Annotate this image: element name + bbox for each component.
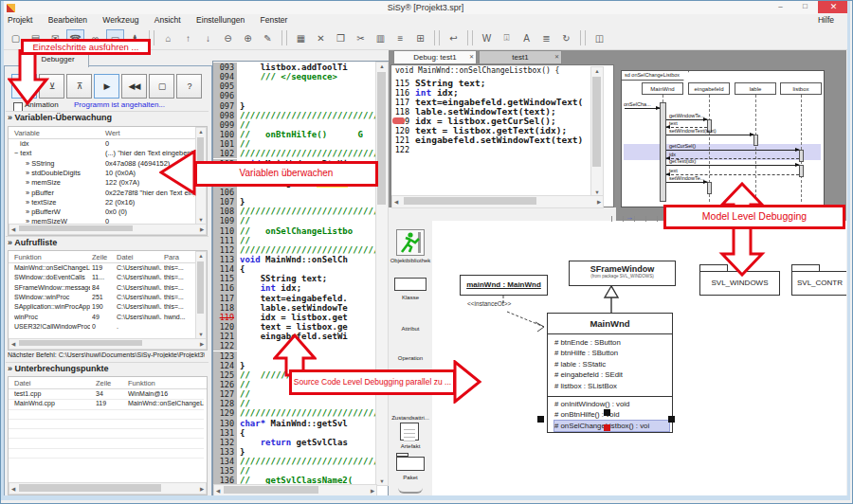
selection-handle[interactable] [537, 416, 544, 423]
cut-icon[interactable]: ✂ [352, 29, 370, 47]
callstack-row[interactable]: MainWnd::onSelChangeLis...119C:\Users\hu… [9, 263, 194, 273]
selection-handle-red[interactable] [604, 424, 610, 431]
toolbox-item-objektbibliothek[interactable]: Objektbibliothek [389, 258, 432, 263]
maximize-button[interactable]: □ [793, 1, 817, 13]
toolbox-scroll-chevron[interactable] [398, 488, 423, 494]
code-line[interactable]: 108//////////////////////////// [213, 207, 375, 216]
menu-ansicht[interactable]: Ansicht [148, 14, 188, 27]
callstack-section-header[interactable]: » Aufrufliste [8, 238, 57, 247]
stop-button[interactable]: ▢ [149, 74, 174, 99]
bp-col-datei[interactable]: Datei [14, 379, 31, 387]
code-line[interactable]: 106 [213, 188, 375, 197]
code-line[interactable]: 133} [213, 447, 375, 457]
lifeline-MainWnd[interactable]: MainWnd [642, 82, 683, 95]
align-icon[interactable]: ≣ [537, 29, 555, 47]
run-button[interactable]: ▶ [94, 74, 119, 99]
menu-einstellungen[interactable]: Einstellungen [190, 14, 251, 27]
toolbox-item-klasse[interactable]: Klasse [389, 295, 432, 300]
code-line[interactable]: 120text = listbox.getText(idx); [392, 126, 595, 135]
toolbox-item-operation[interactable]: Operation [389, 355, 432, 361]
code-line[interactable]: 102//////////////////////////// [213, 149, 375, 158]
attribute[interactable]: # btnEnde : SButton [554, 337, 672, 348]
close-icon[interactable]: ✕ [469, 50, 474, 63]
refresh-icon[interactable]: ↻ [557, 29, 575, 47]
editor-hscrollbar[interactable]: ◀ ▶ [213, 484, 377, 497]
toolbox-item-artefakt[interactable]: Artefakt [389, 443, 432, 449]
book-help-icon[interactable]: ◫ [590, 29, 608, 47]
callstack-row[interactable]: SWindow::winProc251C:\Users\huwi\...this… [9, 293, 194, 302]
tab-debug-test1[interactable]: Debug: test1 ✕ [393, 50, 477, 64]
code-line[interactable]: 122 [392, 145, 595, 154]
operation[interactable]: # onBtnHilfe() : void [554, 409, 672, 420]
minimize-button[interactable]: – [769, 1, 792, 13]
bp-col-zeile[interactable]: Zeile [96, 379, 111, 387]
package-svl-controls[interactable]: SVL_CONTR [791, 271, 846, 296]
callstack-vscrollbar[interactable]: ▲ ▼ [195, 251, 207, 339]
code-line[interactable]: 114{ [213, 264, 375, 274]
code-line[interactable]: 121eingabefeld.setWindowText(text) [392, 135, 595, 145]
cs-col-para[interactable]: Para [164, 253, 179, 261]
watch-section-header[interactable]: » Variablen-Überwachung [8, 113, 112, 122]
toolbox-item-zustandsattribut[interactable]: Zustandsattri... [389, 415, 432, 421]
font-icon[interactable]: A [517, 29, 535, 47]
code-line[interactable]: 101// [213, 139, 375, 149]
menu-bearbeiten[interactable]: Bearbeiten [42, 14, 94, 27]
lifeline-listbox[interactable]: listbox [780, 82, 822, 95]
callstack-row[interactable]: USER32!CallWindowProcA0. [9, 322, 194, 332]
code-line[interactable]: 095 [213, 81, 375, 91]
cs-col-zeile[interactable]: Zeile [92, 253, 107, 261]
callstack-row[interactable]: SWindow::doEventCalls11...C:\Users\huwi\… [9, 273, 194, 282]
help-button[interactable]: ? [176, 74, 202, 99]
titlebar[interactable]: SiSy® [Projekt3.spr] [1, 1, 850, 15]
code-line[interactable]: 099// [213, 120, 375, 130]
code-line[interactable]: 135// [213, 466, 375, 476]
debug-code-hscrollbar[interactable]: ◀ ▶ [391, 195, 604, 208]
code-line[interactable]: 113void MainWnd::onSelCh [213, 255, 375, 264]
attribute[interactable]: # listbox : SListBox [554, 381, 672, 391]
undo-icon[interactable]: ↩ [445, 29, 463, 47]
menu-werkzeug[interactable]: Werkzeug [96, 14, 145, 27]
attribute[interactable]: # eingabefeld : SEdit [554, 369, 672, 380]
code-line[interactable]: 118lable.setWindowText(text); [392, 107, 595, 117]
selection-handle[interactable] [668, 416, 675, 423]
attribute[interactable]: # btnHilfe : SButton [554, 348, 672, 358]
code-line[interactable]: 093 listbox.addToolTi [213, 63, 375, 72]
delete-icon[interactable]: ✕ [312, 29, 330, 47]
object-mainwnd[interactable]: mainWnd : MainWnd [460, 275, 548, 296]
code-line[interactable]: 128// [213, 399, 375, 408]
operation-selected[interactable]: # onSelChangeListbox() : voi [554, 421, 669, 431]
code-line[interactable]: 097} [213, 101, 375, 111]
watch-col-variable[interactable]: Variable [14, 129, 40, 137]
code-line[interactable]: 111// [213, 236, 375, 245]
copy-icon[interactable]: ❐ [332, 29, 350, 47]
code-line[interactable]: 130char* MainWnd::getSvl [213, 419, 375, 428]
code-line[interactable]: 109// [213, 216, 375, 225]
debug-code-vscrollbar[interactable]: ▲ ▼ [590, 66, 604, 197]
code-line[interactable]: 131{ [213, 428, 375, 438]
code-line[interactable]: 115 SString text; [213, 274, 375, 283]
object-library-icon[interactable] [396, 229, 425, 256]
arrow-down-icon[interactable]: ↓ [199, 29, 217, 47]
class-sframewindow[interactable]: SFrameWindow (from package SVL_WINDOWS) [569, 261, 676, 286]
code-line[interactable]: 116 int idx; [213, 283, 375, 293]
code-line[interactable]: 096 [213, 91, 375, 100]
cs-col-datei[interactable]: Datei [117, 253, 134, 261]
operation[interactable]: # onInitWindow() : void [554, 399, 672, 409]
zoom-in-icon[interactable]: ⊕ [239, 29, 257, 47]
print-icon[interactable]: ⍗ [498, 29, 516, 47]
code-line[interactable]: 118 lable.setWindowTe [213, 303, 375, 313]
menu-hilfe[interactable]: Hilfe [811, 14, 841, 27]
code-line[interactable]: 132 return getSvlClas [213, 438, 375, 447]
arrow-up-icon[interactable]: ↑ [179, 29, 197, 47]
watch-col-wert[interactable]: Wert [105, 129, 120, 137]
close-icon[interactable]: ✕ [554, 50, 559, 63]
code-line[interactable]: 110// onSelChangeListbo [213, 226, 375, 236]
list-icon[interactable]: ≡ [391, 29, 409, 47]
cs-col-funktion[interactable]: Funktion [14, 253, 42, 261]
class-shape-icon[interactable] [394, 278, 426, 291]
code-line[interactable]: 120 text = listbox.ge [213, 322, 375, 332]
home-icon[interactable]: ⌂ [159, 29, 177, 47]
attribute[interactable]: # lable : SStatic [554, 359, 672, 369]
watch-row[interactable]: » textSize22 (0x16) [9, 198, 194, 207]
edit-page-icon[interactable]: ✎ [259, 29, 277, 47]
